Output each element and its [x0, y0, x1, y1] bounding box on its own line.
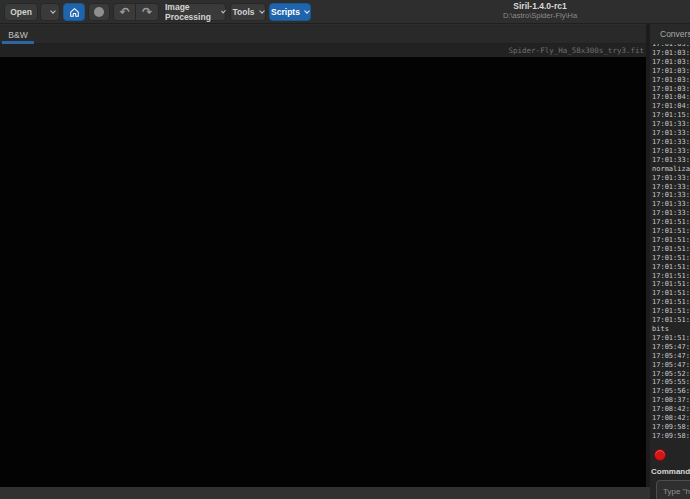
log-line: 17:01:33: [652, 183, 690, 192]
redo-button[interactable]: ↷ [136, 3, 159, 21]
log-line: 17:05:56: [652, 387, 690, 396]
redo-icon: ↷ [142, 6, 152, 18]
tab-conversion-label: Conversi [660, 29, 690, 39]
tab-bw-label: B&W [8, 30, 27, 40]
image-display-header: Spider-Fly_Ha_58x300s_try3.fit [0, 44, 646, 57]
image-tab-bar: B&W [0, 25, 690, 44]
log-line: 17:01:33: [652, 129, 690, 138]
filename-overlay: Spider-Fly_Ha_58x300s_try3.fit [509, 46, 644, 55]
log-line: normaliza [652, 165, 690, 174]
log-line: 17:09:58: [652, 432, 690, 441]
image-processing-menu-label: Image Processing [165, 2, 217, 22]
log-line: 17:01:15: [652, 111, 690, 120]
siril-window: Open ↶ ↷ Image Processing Tools Scripts [0, 0, 690, 499]
tab-bw[interactable]: B&W [2, 25, 34, 44]
log-line: 17:08:42: [652, 405, 690, 414]
log-line: 17:01:03: [652, 76, 690, 85]
command-line-label: Command li [651, 467, 690, 476]
open-button[interactable]: Open [4, 3, 38, 21]
log-lines: 17:01:03:17:01:03:17:01:03:17:01:03:17:0… [652, 44, 690, 441]
log-line: 17:01:51: [652, 289, 690, 298]
log-line: 17:01:33: [652, 147, 690, 156]
log-line: 17:05:47: [652, 343, 690, 352]
bottom-status-strip [0, 487, 650, 499]
chevron-down-icon [50, 8, 56, 14]
log-line: 17:05:55: [652, 378, 690, 387]
log-line: 17:01:51: [652, 218, 690, 227]
log-line: 17:05:47: [652, 352, 690, 361]
log-line: 17:01:51: [652, 254, 690, 263]
log-line: 17:08:42: [652, 414, 690, 423]
chevron-down-icon [221, 8, 226, 13]
scripts-menu-button[interactable]: Scripts [269, 3, 311, 21]
undo-button[interactable]: ↶ [113, 3, 136, 21]
log-line: 17:09:58: [652, 423, 690, 432]
open-button-label: Open [10, 7, 32, 17]
working-directory-path: D:\astro\Spider-Fly\Ha [430, 11, 650, 20]
log-line: 17:01:51: [652, 334, 690, 343]
record-circle-icon [94, 7, 104, 17]
log-line: 17:01:33: [652, 156, 690, 165]
log-line: 17:01:51: [652, 298, 690, 307]
home-button[interactable] [63, 3, 85, 21]
home-icon [69, 7, 80, 18]
window-title-block: Siril-1.4.0-rc1 D:\astro\Spider-Fly\Ha [430, 1, 650, 23]
log-line: bits [652, 325, 690, 334]
header-toolbar: Open ↶ ↷ Image Processing Tools Scripts [0, 0, 690, 24]
tools-menu-label: Tools [232, 7, 254, 17]
log-line: 17:01:51: [652, 307, 690, 316]
log-line: 17:01:51: [652, 280, 690, 289]
chevron-down-icon [304, 8, 310, 14]
stop-processing-button[interactable] [654, 449, 666, 461]
log-line: 17:05:52: [652, 370, 690, 379]
image-processing-menu-button[interactable]: Image Processing [164, 3, 226, 21]
record-button[interactable] [88, 3, 110, 21]
tab-conversion[interactable]: Conversi [650, 24, 690, 44]
conversion-panel: Conversi 17:01:03:17:01:03:17:01:03:17:0… [650, 24, 690, 499]
scripts-menu-label: Scripts [271, 7, 300, 17]
log-line: 17:01:03: [652, 58, 690, 67]
tools-menu-button[interactable]: Tools [230, 3, 266, 21]
log-line: 17:01:33: [652, 174, 690, 183]
log-line: 17:01:04: [652, 93, 690, 102]
log-line: 17:01:33: [652, 191, 690, 200]
log-line: 17:01:04: [652, 102, 690, 111]
log-line: 17:01:33: [652, 200, 690, 209]
log-line: 17:01:51: [652, 236, 690, 245]
undo-icon: ↶ [119, 6, 129, 18]
window-title: Siril-1.4.0-rc1 [430, 1, 650, 11]
log-line: 17:01:51: [652, 227, 690, 236]
command-line-input[interactable] [656, 480, 690, 499]
log-view[interactable]: 17:01:03:17:01:03:17:01:03:17:01:03:17:0… [652, 44, 690, 442]
image-canvas[interactable] [0, 57, 646, 487]
log-line: 17:01:03: [652, 67, 690, 76]
log-line: 17:01:33: [652, 209, 690, 218]
log-line: 17:05:47: [652, 361, 690, 370]
log-line: 17:01:03: [652, 85, 690, 94]
log-line: 17:01:51: [652, 316, 690, 325]
log-line: 17:08:37: [652, 396, 690, 405]
log-line: 17:01:51: [652, 272, 690, 281]
log-line: 17:01:33: [652, 138, 690, 147]
log-line: 17:01:51: [652, 263, 690, 272]
open-dropdown-button[interactable] [40, 3, 60, 21]
log-line: 17:01:03: [652, 49, 690, 58]
chevron-down-icon [259, 8, 265, 14]
log-line: 17:01:33: [652, 120, 690, 129]
log-line: 17:01:51: [652, 245, 690, 254]
